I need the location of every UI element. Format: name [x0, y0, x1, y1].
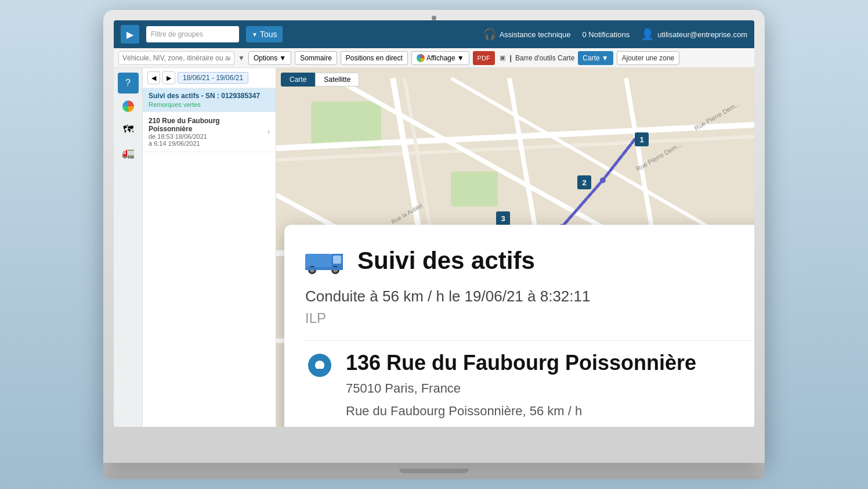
svg-point-36 [315, 361, 324, 370]
truck-icon [305, 243, 346, 278]
toolbar: ▼ Options ▼ Sommaire Positions en direct… [114, 48, 754, 68]
pdf-button[interactable]: PDF [473, 51, 495, 65]
tooltip-subtitle: Conduite à 56 km / h le 19/06/21 à 8:32:… [305, 287, 751, 305]
headset-icon: 🎧 [483, 28, 496, 41]
date-range[interactable]: 18/06/21 - 19/06/21 [178, 72, 248, 84]
panel-from-time: de 18:53 18/06/2021 [149, 133, 264, 140]
notifications-button[interactable]: 0 Notifications [583, 30, 630, 39]
dropdown-icon-carte: ▼ [602, 54, 609, 62]
barre-outils-label: Barre d'outils Carte [515, 54, 574, 62]
panel-selected-item[interactable]: Suivi des actifs - SN : 0129385347 Remor… [143, 88, 276, 112]
tab-satellite[interactable]: Satellitte [315, 73, 359, 87]
laptop-camera [432, 16, 436, 20]
map-area: Rue Pierre Dem... Rue Guin... Rue Renne.… [276, 68, 754, 427]
tab-carte[interactable]: Carte [281, 73, 315, 87]
next-date-button[interactable]: ▶ [162, 71, 175, 84]
tooltip-title-section: Suivi des actifs [357, 247, 535, 275]
map-tabs: Carte Satellitte [281, 73, 359, 87]
tooltip-ilp: ILP [305, 310, 751, 326]
tooltip-popup: Suivi des actifs Conduite à 56 km / h le… [284, 225, 754, 427]
svg-rect-29 [333, 256, 341, 264]
topbar-right: 🎧 Assistance technique 0 Notifications 👤… [483, 28, 747, 41]
tooltip-title: Suivi des actifs [357, 247, 535, 275]
affichage-icon [417, 54, 425, 62]
map-point-2[interactable]: 2 [577, 175, 591, 189]
prev-date-button[interactable]: ◀ [147, 71, 160, 84]
date-navigation: ◀ ▶ 18/06/21 - 19/06/21 [143, 68, 276, 88]
laptop-notch [399, 469, 469, 473]
sidebar-item-chart[interactable] [118, 96, 139, 117]
laptop-screen: ▶ Filtre de groupes ▼ Tous 🎧 Assistance … [114, 20, 754, 427]
sommaire-button[interactable]: Sommaire [295, 51, 337, 65]
panel-route-item[interactable]: 210 Rue du Faubourg Poissonnière de 18:5… [143, 112, 276, 152]
chart-icon [122, 100, 134, 112]
tooltip-location: 136 Rue du Faubourg Poissonnière 75010 P… [305, 350, 751, 420]
barcode-icon: ▣ [498, 54, 507, 62]
ajouter-zone-button[interactable]: Ajouter une zone [617, 51, 680, 65]
map-point-1[interactable]: 1 [635, 132, 649, 146]
map-point-3[interactable]: 3 [496, 211, 510, 225]
tooltip-divider [305, 340, 751, 341]
user-menu[interactable]: 👤 utilisateur@entreprise.com [641, 28, 747, 41]
options-button[interactable]: Options ▼ [248, 51, 291, 65]
person-icon: 👤 [641, 28, 654, 41]
dropdown-icon: ▼ [252, 31, 258, 38]
laptop-base [103, 463, 765, 479]
positions-button[interactable]: Positions en direct [341, 51, 408, 65]
sidebar-item-help[interactable]: ? [118, 73, 139, 94]
tooltip-address-section: 136 Rue du Faubourg Poissonnière 75010 P… [346, 350, 696, 420]
dropdown-icon-options: ▼ [279, 54, 286, 62]
tooltip-addr-sub2: Rue du Faubourg Poissonnière, 56 km / h [346, 401, 696, 420]
assistance-button[interactable]: 🎧 Assistance technique [483, 28, 571, 41]
search-input[interactable] [118, 51, 234, 65]
panel-address: 210 Rue du Faubourg Poissonnière [149, 117, 264, 133]
svg-point-26 [600, 177, 606, 183]
main-content: ? 🗺 🚛 [114, 68, 754, 427]
svg-rect-34 [305, 267, 343, 270]
svg-rect-2 [451, 171, 497, 206]
pin-icon [305, 350, 334, 385]
dropdown-icon-affichage: ▼ [457, 54, 464, 62]
tooltip-addr-title: 136 Rue du Faubourg Poissonnière [346, 350, 696, 375]
sidebar-icons: ? 🗺 🚛 [114, 68, 143, 427]
panel-item-title: Suivi des actifs - SN : 0129385347 [149, 92, 270, 100]
left-panel: ◀ ▶ 18/06/21 - 19/06/21 Suivi des actifs… [143, 68, 276, 427]
tooltip-header: Suivi des actifs [305, 243, 751, 278]
dropdown-arrow-input[interactable]: ▼ [238, 54, 245, 62]
truck-sidebar-icon: 🚛 [122, 146, 135, 159]
topbar-nav-arrow[interactable]: ▶ [121, 25, 139, 44]
sidebar-item-truck[interactable]: 🚛 [118, 142, 139, 163]
panel-to-time: à 6:14 19/06/2021 [149, 140, 264, 147]
panel-route-info: 210 Rue du Faubourg Poissonnière de 18:5… [149, 117, 264, 147]
topbar: ▶ Filtre de groupes ▼ Tous 🎧 Assistance … [114, 20, 754, 48]
panel-arrow-icon: › [267, 128, 270, 136]
toolbar-separator: | [510, 54, 512, 62]
map-icon: 🗺 [123, 124, 133, 136]
sidebar-item-map[interactable]: 🗺 [118, 119, 139, 140]
affichage-button[interactable]: Affichage ▼ [411, 51, 469, 65]
tous-dropdown[interactable]: ▼ Tous [246, 26, 283, 42]
help-icon: ? [125, 78, 131, 88]
carte-button[interactable]: Carte ▼ [578, 51, 613, 65]
panel-item-subtitle: Remorques vertes [149, 101, 270, 108]
tooltip-addr-sub1: 75010 Paris, France [346, 379, 696, 398]
filter-input[interactable]: Filtre de groupes [146, 26, 239, 42]
